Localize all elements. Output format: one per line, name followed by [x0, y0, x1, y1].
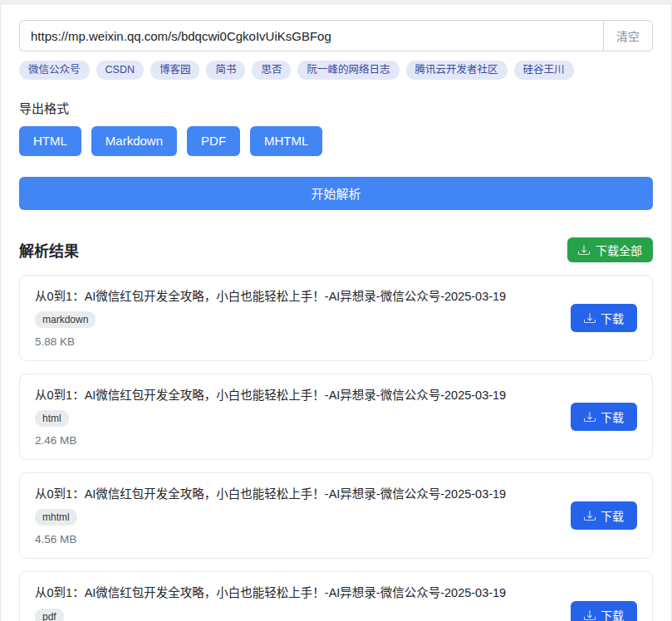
format-badge: pdf	[35, 609, 64, 621]
result-card-html: 从0到1：AI微信红包开发全攻略，小白也能轻松上手！-AI异想录-微信公众号-2…	[19, 374, 653, 460]
results-heading: 解析结果	[19, 239, 79, 261]
tag-wechat[interactable]: 微信公众号	[19, 61, 90, 80]
result-title: 从0到1：AI微信红包开发全攻略，小白也能轻松上手！-AI异想录-微信公众号-2…	[35, 584, 506, 601]
app-card: 清空 微信公众号 CSDN 博客园 简书 思否 阮一峰的网络日志 腾讯云开发者社…	[0, 5, 672, 621]
format-button-mhtml[interactable]: MHTML	[250, 126, 322, 156]
source-tags: 微信公众号 CSDN 博客园 简书 思否 阮一峰的网络日志 腾讯云开发者社区 硅…	[19, 61, 653, 80]
result-title: 从0到1：AI微信红包开发全攻略，小白也能轻松上手！-AI异想录-微信公众号-2…	[35, 387, 506, 403]
tag-ruanyifeng[interactable]: 阮一峰的网络日志	[297, 61, 399, 80]
tag-guigu-wangchuan[interactable]: 硅谷王川	[514, 61, 574, 80]
url-input-group: 清空	[19, 20, 653, 51]
results-header: 解析结果 下载全部	[19, 237, 653, 262]
download-button-label: 下载	[601, 607, 624, 621]
file-size: 2.46 MB	[35, 434, 76, 447]
url-input[interactable]	[19, 20, 603, 51]
download-all-label: 下载全部	[596, 242, 642, 258]
format-buttons: HTML Markdown PDF MHTML	[19, 126, 653, 156]
format-badge: mhtml	[35, 509, 77, 526]
tag-cnblogs[interactable]: 博客园	[150, 61, 200, 80]
format-badge: markdown	[35, 311, 96, 328]
result-info: 从0到1：AI微信红包开发全攻略，小白也能轻松上手！-AI异想录-微信公众号-2…	[35, 288, 506, 348]
result-info: 从0到1：AI微信红包开发全攻略，小白也能轻松上手！-AI异想录-微信公众号-2…	[35, 486, 506, 545]
export-format-label: 导出格式	[19, 99, 653, 116]
file-size: 4.56 MB	[35, 533, 76, 545]
result-card-markdown: 从0到1：AI微信红包开发全攻略，小白也能轻松上手！-AI异想录-微信公众号-2…	[19, 275, 653, 361]
download-button-label: 下载	[601, 507, 624, 524]
result-card-pdf: 从0到1：AI微信红包开发全攻略，小白也能轻松上手！-AI异想录-微信公众号-2…	[19, 571, 653, 621]
start-parse-button[interactable]: 开始解析	[19, 177, 653, 210]
download-all-button[interactable]: 下载全部	[567, 237, 653, 262]
tag-segmentfault[interactable]: 思否	[252, 61, 291, 80]
result-card-mhtml: 从0到1：AI微信红包开发全攻略，小白也能轻松上手！-AI异想录-微信公众号-2…	[19, 472, 653, 559]
format-badge: html	[35, 410, 69, 427]
download-icon	[584, 609, 596, 621]
format-button-pdf[interactable]: PDF	[187, 126, 240, 156]
format-button-html[interactable]: HTML	[19, 126, 81, 156]
download-button-label: 下载	[601, 408, 624, 425]
file-size: 5.88 KB	[35, 335, 75, 348]
download-button-label: 下载	[601, 310, 624, 326]
result-info: 从0到1：AI微信红包开发全攻略，小白也能轻松上手！-AI异想录-微信公众号-2…	[35, 387, 506, 447]
format-button-markdown[interactable]: Markdown	[91, 126, 177, 156]
result-title: 从0到1：AI微信红包开发全攻略，小白也能轻松上手！-AI异想录-微信公众号-2…	[35, 288, 506, 305]
download-button-markdown[interactable]: 下载	[571, 304, 637, 332]
download-button-mhtml[interactable]: 下载	[571, 501, 637, 530]
download-icon	[584, 510, 596, 521]
result-title: 从0到1：AI微信红包开发全攻略，小白也能轻松上手！-AI异想录-微信公众号-2…	[35, 486, 506, 502]
download-icon	[584, 312, 596, 324]
tag-csdn[interactable]: CSDN	[96, 61, 144, 80]
clear-button[interactable]: 清空	[603, 20, 653, 51]
download-icon	[578, 244, 590, 256]
tag-jianshu[interactable]: 简书	[206, 61, 245, 80]
download-button-pdf[interactable]: 下载	[571, 601, 637, 621]
tag-tencent-cloud[interactable]: 腾讯云开发者社区	[406, 61, 508, 80]
download-icon	[584, 411, 596, 423]
result-info: 从0到1：AI微信红包开发全攻略，小白也能轻松上手！-AI异想录-微信公众号-2…	[35, 584, 506, 621]
download-button-html[interactable]: 下载	[571, 403, 637, 431]
